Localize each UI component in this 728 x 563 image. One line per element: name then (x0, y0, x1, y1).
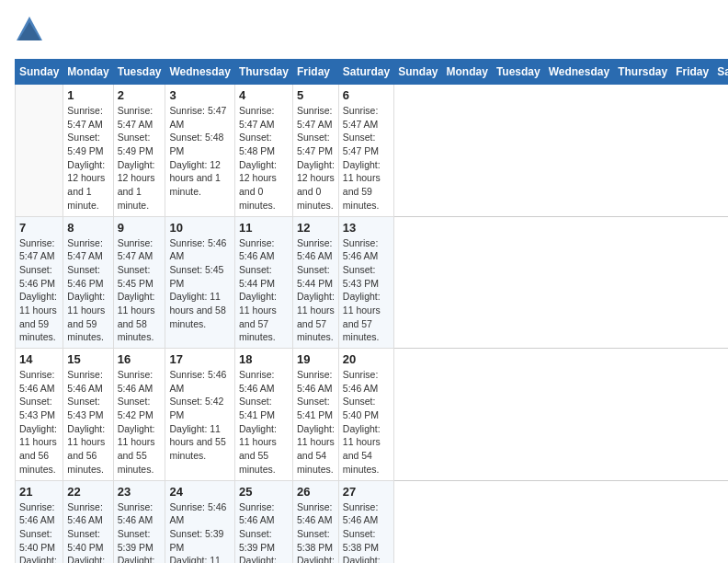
day-number: 2 (118, 88, 162, 102)
calendar-cell: 6Sunrise: 5:47 AMSunset: 5:47 PMDaylight… (338, 85, 393, 217)
day-number: 9 (118, 221, 162, 235)
calendar-cell: 5Sunrise: 5:47 AMSunset: 5:47 PMDaylight… (292, 85, 338, 217)
calendar-cell: 27Sunrise: 5:46 AMSunset: 5:38 PMDayligh… (338, 480, 393, 563)
day-number: 18 (239, 352, 289, 366)
day-info: Sunrise: 5:46 AMSunset: 5:41 PMDaylight:… (239, 368, 289, 477)
day-number: 3 (169, 88, 230, 102)
day-number: 5 (297, 88, 335, 102)
logo (15, 15, 48, 48)
weekday-header: Tuesday (113, 60, 165, 85)
day-info: Sunrise: 5:47 AMSunset: 5:49 PMDaylight:… (118, 104, 162, 213)
calendar-cell: 22Sunrise: 5:46 AMSunset: 5:40 PMDayligh… (63, 480, 113, 563)
day-number: 1 (67, 88, 108, 102)
weekday-header: Sunday (394, 60, 442, 85)
day-number: 7 (19, 221, 59, 235)
calendar-week-row: 1Sunrise: 5:47 AMSunset: 5:49 PMDaylight… (16, 85, 729, 217)
calendar-cell: 8Sunrise: 5:47 AMSunset: 5:46 PMDaylight… (63, 216, 113, 349)
calendar-cell: 3Sunrise: 5:47 AMSunset: 5:48 PMDaylight… (165, 85, 234, 217)
weekday-header: Sunday (16, 60, 63, 85)
day-info: Sunrise: 5:47 AMSunset: 5:48 PMDaylight:… (239, 104, 289, 213)
calendar-cell: 7Sunrise: 5:47 AMSunset: 5:46 PMDaylight… (16, 216, 63, 349)
day-info: Sunrise: 5:46 AMSunset: 5:42 PMDaylight:… (169, 368, 230, 463)
calendar-cell: 17Sunrise: 5:46 AMSunset: 5:42 PMDayligh… (165, 349, 234, 481)
day-info: Sunrise: 5:46 AMSunset: 5:38 PMDaylight:… (343, 500, 390, 564)
day-info: Sunrise: 5:47 AMSunset: 5:47 PMDaylight:… (343, 104, 390, 213)
calendar-cell: 13Sunrise: 5:46 AMSunset: 5:43 PMDayligh… (338, 216, 393, 349)
weekday-header: Tuesday (492, 60, 544, 85)
calendar-cell: 14Sunrise: 5:46 AMSunset: 5:43 PMDayligh… (16, 349, 63, 481)
day-info: Sunrise: 5:47 AMSunset: 5:46 PMDaylight:… (67, 236, 108, 345)
day-info: Sunrise: 5:46 AMSunset: 5:39 PMDaylight:… (239, 500, 289, 564)
day-info: Sunrise: 5:46 AMSunset: 5:42 PMDaylight:… (118, 368, 162, 477)
weekday-header: Wednesday (544, 60, 613, 85)
calendar-cell: 21Sunrise: 5:46 AMSunset: 5:40 PMDayligh… (16, 480, 63, 563)
day-info: Sunrise: 5:46 AMSunset: 5:39 PMDaylight:… (118, 500, 162, 564)
calendar-week-row: 7Sunrise: 5:47 AMSunset: 5:46 PMDaylight… (16, 216, 729, 349)
weekday-header: Friday (292, 60, 338, 85)
day-info: Sunrise: 5:47 AMSunset: 5:45 PMDaylight:… (118, 236, 162, 345)
day-info: Sunrise: 5:46 AMSunset: 5:45 PMDaylight:… (169, 236, 230, 331)
day-number: 20 (343, 352, 390, 366)
day-info: Sunrise: 5:46 AMSunset: 5:44 PMDaylight:… (239, 236, 289, 345)
day-number: 24 (169, 485, 230, 499)
calendar-cell: 23Sunrise: 5:46 AMSunset: 5:39 PMDayligh… (113, 480, 165, 563)
day-info: Sunrise: 5:46 AMSunset: 5:44 PMDaylight:… (297, 236, 335, 345)
day-number: 16 (118, 352, 162, 366)
weekday-header: Monday (442, 60, 492, 85)
weekday-header: Thursday (234, 60, 292, 85)
weekday-header: Wednesday (165, 60, 234, 85)
day-number: 21 (19, 485, 59, 499)
day-number: 12 (297, 221, 335, 235)
weekday-header: Thursday (614, 60, 672, 85)
weekday-header: Friday (672, 60, 713, 85)
logo-icon (15, 15, 44, 48)
day-info: Sunrise: 5:46 AMSunset: 5:43 PMDaylight:… (19, 368, 59, 477)
calendar-cell: 4Sunrise: 5:47 AMSunset: 5:48 PMDaylight… (234, 85, 292, 217)
day-info: Sunrise: 5:47 AMSunset: 5:46 PMDaylight:… (19, 236, 59, 345)
calendar-cell: 19Sunrise: 5:46 AMSunset: 5:41 PMDayligh… (292, 349, 338, 481)
calendar-cell: 25Sunrise: 5:46 AMSunset: 5:39 PMDayligh… (234, 480, 292, 563)
calendar-week-row: 14Sunrise: 5:46 AMSunset: 5:43 PMDayligh… (16, 349, 729, 481)
calendar-cell: 26Sunrise: 5:46 AMSunset: 5:38 PMDayligh… (292, 480, 338, 563)
day-number: 27 (343, 485, 390, 499)
day-number: 19 (297, 352, 335, 366)
day-number: 22 (67, 485, 108, 499)
day-info: Sunrise: 5:46 AMSunset: 5:43 PMDaylight:… (343, 236, 390, 345)
day-info: Sunrise: 5:47 AMSunset: 5:47 PMDaylight:… (297, 104, 335, 213)
calendar-week-row: 21Sunrise: 5:46 AMSunset: 5:40 PMDayligh… (16, 480, 729, 563)
day-info: Sunrise: 5:47 AMSunset: 5:48 PMDaylight:… (169, 104, 230, 199)
weekday-header: Monday (63, 60, 113, 85)
day-info: Sunrise: 5:46 AMSunset: 5:40 PMDaylight:… (19, 500, 59, 564)
calendar-cell: 20Sunrise: 5:46 AMSunset: 5:40 PMDayligh… (338, 349, 393, 481)
calendar-cell: 9Sunrise: 5:47 AMSunset: 5:45 PMDaylight… (113, 216, 165, 349)
calendar-cell: 16Sunrise: 5:46 AMSunset: 5:42 PMDayligh… (113, 349, 165, 481)
calendar-cell: 12Sunrise: 5:46 AMSunset: 5:44 PMDayligh… (292, 216, 338, 349)
page-header (15, 15, 713, 48)
day-number: 4 (239, 88, 289, 102)
day-number: 11 (239, 221, 289, 235)
day-number: 25 (239, 485, 289, 499)
day-number: 10 (169, 221, 230, 235)
calendar-table: SundayMondayTuesdayWednesdayThursdayFrid… (15, 59, 728, 563)
day-info: Sunrise: 5:46 AMSunset: 5:39 PMDaylight:… (169, 500, 230, 564)
day-number: 8 (67, 221, 108, 235)
calendar-cell: 18Sunrise: 5:46 AMSunset: 5:41 PMDayligh… (234, 349, 292, 481)
day-number: 6 (343, 88, 390, 102)
calendar-cell: 11Sunrise: 5:46 AMSunset: 5:44 PMDayligh… (234, 216, 292, 349)
calendar-cell: 1Sunrise: 5:47 AMSunset: 5:49 PMDaylight… (63, 85, 113, 217)
day-info: Sunrise: 5:46 AMSunset: 5:40 PMDaylight:… (67, 500, 108, 564)
calendar-cell (16, 85, 63, 217)
weekday-header: Saturday (338, 60, 393, 85)
day-info: Sunrise: 5:46 AMSunset: 5:41 PMDaylight:… (297, 368, 335, 477)
calendar-cell: 15Sunrise: 5:46 AMSunset: 5:43 PMDayligh… (63, 349, 113, 481)
day-number: 23 (118, 485, 162, 499)
calendar-cell: 2Sunrise: 5:47 AMSunset: 5:49 PMDaylight… (113, 85, 165, 217)
calendar-cell: 10Sunrise: 5:46 AMSunset: 5:45 PMDayligh… (165, 216, 234, 349)
day-info: Sunrise: 5:46 AMSunset: 5:40 PMDaylight:… (343, 368, 390, 477)
calendar-header-row: SundayMondayTuesdayWednesdayThursdayFrid… (16, 60, 729, 85)
day-info: Sunrise: 5:46 AMSunset: 5:38 PMDaylight:… (297, 500, 335, 564)
day-info: Sunrise: 5:47 AMSunset: 5:49 PMDaylight:… (67, 104, 108, 213)
calendar-cell: 24Sunrise: 5:46 AMSunset: 5:39 PMDayligh… (165, 480, 234, 563)
weekday-header: Saturday (713, 60, 728, 85)
day-number: 26 (297, 485, 335, 499)
